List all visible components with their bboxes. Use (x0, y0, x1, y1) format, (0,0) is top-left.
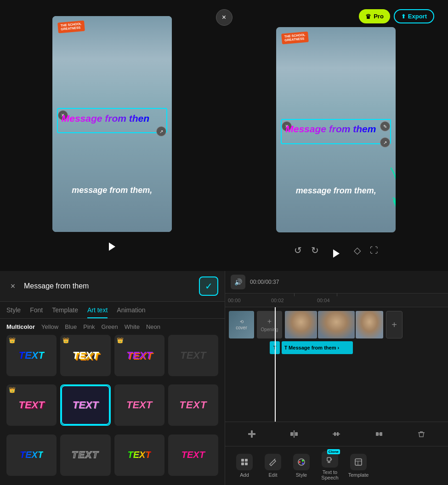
add-clip-icon: + (391, 320, 397, 330)
crown-icon-2: 👑 (62, 337, 69, 344)
svg-rect-8 (337, 432, 339, 436)
style-item-5[interactable]: 👑 TEXT (6, 384, 57, 426)
svg-rect-16 (241, 459, 244, 462)
right-preview: ♛ Pro ⬆ Export THE SCHOOLGREATNESS × ✎ (224, 0, 448, 271)
video-clip-1[interactable] (285, 311, 317, 338)
filter-white[interactable]: White (125, 323, 140, 330)
fullscreen-button[interactable]: ⛶ (370, 246, 378, 255)
trim-icon (332, 429, 341, 439)
svg-rect-9 (376, 432, 379, 436)
diamond-button[interactable]: ◇ (354, 245, 361, 256)
left-resize-btn[interactable]: ↗ (156, 126, 166, 136)
toolbar-template[interactable]: Template (346, 454, 371, 478)
left-play-button[interactable] (104, 238, 120, 255)
add-clip-button[interactable]: + (386, 311, 403, 338)
style-item-11[interactable]: TEXT (114, 434, 164, 476)
cover-clip[interactable]: ⟲ cover (229, 311, 254, 338)
svg-rect-17 (245, 459, 248, 462)
left-panel: × ✓ Style Font Template Art text Animati… (0, 271, 225, 485)
plus-icon: + (267, 317, 272, 326)
style-item-8[interactable]: TEXT (168, 384, 218, 426)
filter-blue[interactable]: Blue (65, 323, 77, 330)
export-label: Export (408, 13, 427, 20)
style-item-2[interactable]: 👑 TEXT (60, 335, 110, 376)
style-item-6[interactable]: TEXT (60, 384, 110, 426)
confirm-button[interactable]: ✓ (199, 276, 218, 296)
tab-font[interactable]: Font (30, 306, 43, 318)
add-track-button[interactable] (244, 426, 260, 442)
style-text-6: TEXT (61, 385, 109, 425)
tab-art-text[interactable]: Art text (87, 306, 108, 318)
filter-yellow[interactable]: Yellow (41, 323, 58, 330)
tabs-bar: Style Font Template Art text Animation (0, 302, 225, 319)
style-item-4[interactable]: TEXT (168, 335, 218, 376)
style-text-12: TEXT (181, 450, 205, 460)
style-text-9: TEXT (20, 450, 43, 460)
extend-button[interactable] (371, 426, 387, 442)
text-clip-main[interactable]: T Message from them › (282, 341, 353, 354)
template-icon (350, 454, 367, 470)
export-icon: ⬆ (401, 13, 406, 20)
svg-rect-4 (290, 432, 293, 436)
right-header-row: ♛ Pro ⬆ Export (233, 9, 439, 23)
style-item-1[interactable]: 👑 TEXT (6, 335, 57, 376)
bottom-toolbar: Add Edit Style Clone Text toSpeech (225, 446, 448, 485)
tab-animation[interactable]: Animation (117, 306, 145, 318)
redo-button[interactable]: ↻ (311, 245, 319, 256)
video-clips-track (285, 311, 383, 338)
sound-button[interactable]: 🔊 (231, 275, 245, 289)
edit-label: Edit (269, 472, 278, 478)
svg-rect-2 (251, 430, 253, 438)
crown-icon: ♛ (365, 13, 371, 20)
checkmark-icon: ✓ (205, 281, 213, 292)
tab-template[interactable]: Template (52, 306, 78, 318)
crown-icon-3: 👑 (117, 337, 124, 344)
total-time: 00:37 (265, 279, 279, 285)
toolbar-add[interactable]: Add (232, 454, 257, 478)
left-preview: THE SCHOOLGREATNESS × Message from then … (0, 0, 224, 271)
delete-button[interactable] (413, 426, 430, 442)
video-clip-face-2 (318, 311, 355, 338)
add-label: Add (240, 472, 249, 478)
style-item-3[interactable]: 👑 TEXT (114, 335, 164, 376)
filter-neon[interactable]: Neon (146, 323, 160, 330)
style-text-2: TEXT (73, 350, 98, 361)
text-close-button[interactable]: × (6, 280, 19, 293)
text-input-field[interactable] (24, 282, 194, 290)
right-play-icon (333, 249, 340, 258)
toolbar-style[interactable]: Style (289, 454, 314, 478)
current-time: 00:00 (250, 279, 264, 285)
filter-green[interactable]: Green (102, 323, 118, 330)
video-clip-3[interactable] (356, 311, 383, 338)
playhead (275, 307, 276, 422)
redo-icon: ↻ (311, 245, 319, 256)
style-label: Style (296, 472, 307, 478)
color-filter-bar: Multicolor Yellow Blue Pink Green White … (0, 319, 225, 335)
style-item-9[interactable]: TEXT (6, 434, 57, 476)
right-play-button[interactable] (328, 245, 345, 262)
tab-style[interactable]: Style (6, 306, 21, 318)
bottom-section: × ✓ Style Font Template Art text Animati… (0, 271, 448, 485)
style-item-7[interactable]: TEXT (114, 384, 164, 426)
split-button[interactable] (286, 426, 302, 442)
opening-clip[interactable]: + Opening (257, 311, 282, 338)
pro-button[interactable]: ♛ Pro (359, 9, 390, 23)
toolbar-edit[interactable]: Edit (260, 454, 286, 478)
svg-rect-5 (295, 432, 298, 436)
export-button[interactable]: ⬆ Export (394, 9, 434, 23)
video-track-row: ⟲ cover + Opening (229, 311, 444, 338)
toolbar-text-to-speech[interactable]: Clone Text toSpeech (317, 451, 343, 480)
style-item-12[interactable]: TEXT (168, 434, 218, 476)
trash-icon (417, 429, 426, 439)
style-item-10[interactable]: TEXT (60, 434, 110, 476)
diamond-icon: ◇ (354, 245, 361, 256)
undo-button[interactable]: ↺ (294, 245, 302, 256)
style-text-5: TEXT (19, 399, 45, 411)
divider-close-button[interactable]: × (216, 9, 233, 26)
filter-multicolor[interactable]: Multicolor (6, 323, 35, 330)
svg-point-24 (302, 462, 304, 464)
add-icon (236, 454, 253, 470)
filter-pink[interactable]: Pink (83, 323, 95, 330)
trim-button[interactable] (328, 426, 345, 442)
video-clip-2[interactable] (318, 311, 355, 338)
